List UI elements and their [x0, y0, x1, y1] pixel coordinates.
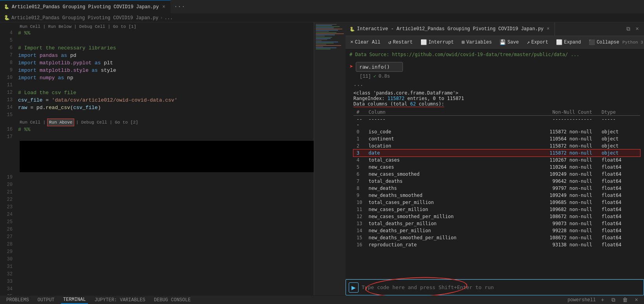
table-row: 4 total_cases 110267 non-null float64 — [353, 157, 640, 164]
status-tab-terminal[interactable]: TERMINAL — [61, 296, 88, 304]
main-content: Run Cell | Run Below | Debug Cell | Go t… — [0, 22, 644, 295]
variables-button[interactable]: ⊞ Variables — [459, 38, 494, 47]
total-cols: 62 — [410, 101, 416, 107]
code-line-33: 33 — [0, 278, 314, 286]
code-area[interactable]: 4 # %% 5 6 # Import the necessary librar… — [0, 29, 314, 295]
table-row: 7 total_deaths 99642 non-null float64 — [353, 178, 640, 185]
col-header-num: # — [353, 109, 365, 116]
code-line-23: 23 — [0, 204, 314, 211]
breadcrumb-file[interactable]: Article012_Pandas Grouping Pivoting COVI… — [11, 15, 158, 21]
editor-tab-bar: 🐍 Article012_Pandas Grouping Pivoting CO… — [0, 0, 644, 14]
code-line-13: 13 csv_file = 'data/csv/article012/owid-… — [0, 96, 314, 104]
run-above-button[interactable]: Run Above — [47, 118, 74, 126]
table-row: 14 new_deaths_per_million 99228 non-null… — [353, 227, 640, 234]
interactive-content[interactable]: # Data Source: https://github.com/owid/c… — [346, 49, 644, 279]
collapse-button[interactable]: ⬛ Collapse — [586, 38, 622, 47]
interactive-toolbar: × Clear All ↺ Restart ⬜ Interrupt ⊞ Vari… — [346, 36, 644, 49]
data-source-comment: # Data Source: https://github.com/owid/c… — [349, 52, 640, 57]
code-line-30: 30 — [0, 256, 314, 263]
expand-button[interactable]: ⬜ Expand — [554, 38, 583, 47]
code-line-32: 32 — [0, 271, 314, 278]
editor-panel: Run Cell | Run Below | Debug Cell | Go t… — [0, 22, 314, 295]
red-arrow-indicator: ➤ — [349, 63, 353, 71]
table-row: 16 reproduction_rate 93138 non-null floa… — [353, 241, 640, 248]
type-code-input[interactable] — [362, 284, 641, 290]
terminal-close-icon[interactable]: × — [633, 296, 640, 304]
code-line-17: 17 — [0, 133, 314, 141]
clear-all-button[interactable]: × Clear All — [348, 38, 383, 46]
code-line-19: 19 — [0, 174, 314, 181]
restart-button[interactable]: ↺ Restart — [386, 38, 415, 47]
interactive-python-icon: 🐍 — [349, 27, 355, 32]
code-line-9: 9 import matplotlib.style as style — [0, 67, 314, 74]
table-row: 6 new_cases_smoothed 109249 non-null flo… — [353, 171, 640, 178]
table-row: 8 new_deaths 99797 non-null float64 — [353, 185, 640, 192]
run-cell-button[interactable]: ▶ — [349, 282, 359, 293]
code-line-24: 24 — [0, 211, 314, 218]
table-row: 0 iso_code 115872 non-null object — [353, 128, 640, 135]
interactive-tab[interactable]: 🐍 Interactive - Article012_Pandas Groupi… — [346, 22, 555, 36]
code-line-26: 26 — [0, 226, 314, 233]
code-line-28: 28 — [0, 241, 314, 248]
table-row: 2 location 115872 non-null object — [353, 142, 640, 149]
range-entries: 115872 — [388, 96, 404, 101]
data-cols-header-text: Data columns (total 62 columns): — [353, 101, 444, 107]
editor-tab-main[interactable]: 🐍 Article012_Pandas Grouping Pivoting CO… — [0, 0, 171, 13]
terminal-trash-icon[interactable]: 🗑 — [620, 296, 630, 304]
code-line-34: 34 — [0, 286, 314, 293]
export-icon: ↗ — [527, 39, 530, 46]
editor-tab-close[interactable]: × — [161, 4, 166, 11]
code-line-16: 16 # %% — [0, 126, 314, 133]
interactive-tab-close[interactable]: × — [545, 25, 551, 33]
terminal-split-icon[interactable]: ⧉ — [609, 296, 617, 304]
minimap-content — [314, 22, 346, 51]
breadcrumb-icon: 🐍 — [4, 15, 10, 21]
cell-success-check: ✓ — [373, 73, 376, 79]
panel-copy-icon[interactable]: ⧉ — [624, 25, 632, 33]
status-tab-jupyter-variables[interactable]: JUPYTER: VARIABLES — [92, 296, 148, 304]
cell-input-box: raw.info() — [356, 62, 403, 72]
terminal-add-icon[interactable]: + — [599, 296, 606, 304]
table-row: 5 new_cases 110264 non-null float64 — [353, 164, 640, 171]
cell-input-row: ➤ raw.info() — [349, 62, 640, 72]
save-button[interactable]: 💾 Save — [497, 38, 521, 47]
code-line-10: 10 import numpy as np — [0, 74, 314, 82]
export-button[interactable]: ↗ Export — [524, 38, 551, 47]
code-line-25: 25 — [0, 218, 314, 226]
status-tab-problems[interactable]: PROBLEMS — [4, 296, 31, 304]
collapse-icon: ⬛ — [589, 39, 595, 46]
code-line-27: 27 — [0, 233, 314, 241]
code-line-8: 8 import matplotlib.pyplot as plt — [0, 59, 314, 67]
table-row: 1 continent 110564 non-null object — [353, 135, 640, 142]
table-row: 3 date 115872 non-null object — [353, 149, 640, 157]
toolbar-right: Python 3.9.6 32-bi ⧉ ⧈ × — [622, 38, 644, 47]
breadcrumb: 🐍 Article012_Pandas Grouping Pivoting CO… — [0, 14, 644, 22]
status-tab-debug-console[interactable]: DEBUG CONSOLE — [152, 296, 193, 304]
code-line-22: 22 — [0, 196, 314, 204]
col-header-nonnull: Non-Null Count — [516, 109, 598, 116]
code-line-14: 14 raw = pd.read_csv(csv_file) — [0, 104, 314, 111]
cell-status-row: [11] ✓ 0.8s — [349, 73, 640, 79]
code-line-21: 21 — [0, 189, 314, 196]
clear-all-icon: × — [350, 39, 353, 45]
interrupt-button[interactable]: ⬜ Interrupt — [418, 38, 456, 47]
black-cell-area — [20, 141, 314, 172]
minimap — [314, 22, 346, 295]
cell1-actions: Run Cell | Run Below | Debug Cell | Go t… — [0, 22, 314, 29]
col-header-column: Column — [365, 109, 515, 116]
status-bar: PROBLEMS OUTPUT TERMINAL JUPYTER: VARIAB… — [0, 295, 644, 304]
output-expand-dots[interactable]: ··· — [353, 82, 363, 89]
cell-block-11: ➤ raw.info() [11] ✓ 0.8s — [349, 62, 640, 79]
table-row: 9 new_deaths_smoothed 109249 non-null fl… — [353, 192, 640, 199]
interrupt-icon: ⬜ — [421, 39, 427, 46]
type-code-bar: ▶ — [346, 279, 644, 295]
code-line-12: 12 # Load the csv file — [0, 89, 314, 96]
panel-close-icon[interactable]: × — [634, 25, 641, 33]
code-line-35: 35 — [0, 293, 314, 295]
tab-more-button[interactable]: ··· — [171, 3, 188, 10]
status-right: powershell + ⧉ 🗑 × — [567, 296, 640, 304]
code-line-11: 11 — [0, 82, 314, 89]
breadcrumb-rest[interactable]: ... — [165, 15, 173, 21]
status-tab-output[interactable]: OUTPUT — [35, 296, 57, 304]
python-file-icon: 🐍 — [4, 4, 9, 9]
